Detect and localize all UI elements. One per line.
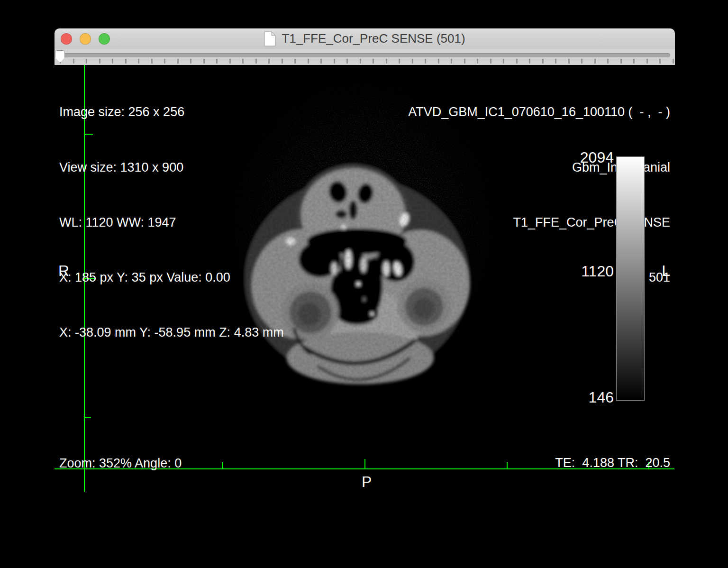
colorbar-level-label: 1120	[557, 263, 614, 280]
window-level-text: WL: 1120 WW: 1947	[59, 213, 284, 232]
horizontal-line-center-tick	[364, 459, 365, 468]
dicom-viewer-window: T1_FFE_Cor_PreC SENSE (501)	[55, 28, 675, 495]
close-button[interactable]	[61, 33, 72, 45]
te-tr-text: TE: 4.188 TR: 20.5	[549, 454, 670, 472]
title-bar[interactable]: T1_FFE_Cor_PreC SENSE (501)	[55, 28, 675, 49]
orientation-l-label: L	[662, 262, 670, 280]
vertical-line-tick	[85, 417, 91, 418]
slider-thumb[interactable]	[55, 50, 65, 63]
orientation-p-label: P	[362, 473, 372, 491]
document-icon	[264, 31, 276, 46]
study-id-text: ATVD_GBM_IC1_070610_16_100110 ( - , - )	[408, 103, 670, 121]
zoom-angle-text: Zoom: 352% Angle: 0	[59, 455, 293, 472]
horizontal-line-tick	[507, 462, 508, 468]
image-size-text: Image size: 256 x 256	[59, 103, 284, 121]
viewer-canvas[interactable]: Image size: 256 x 256 View size: 1310 x …	[55, 65, 675, 495]
grayscale-colorbar	[616, 156, 645, 401]
minimize-button[interactable]	[80, 33, 91, 45]
colorbar-min-label: 146	[557, 389, 614, 406]
slider-track[interactable]	[58, 53, 670, 57]
cursor-mm-text: X: -38.09 mm Y: -58.95 mm Z: 4.83 mm	[59, 323, 284, 342]
window-title: T1_FFE_Cor_PreC SENSE (501)	[282, 31, 465, 46]
orientation-r-label: R	[58, 262, 69, 280]
view-size-text: View size: 1310 x 900	[59, 158, 284, 177]
cursor-pixel-text: X: 185 px Y: 35 px Value: 0.00	[59, 268, 284, 287]
image-slider[interactable]	[55, 49, 675, 65]
colorbar-max-label: 2094	[557, 149, 614, 166]
traffic-lights	[61, 28, 110, 49]
zoom-button[interactable]	[99, 33, 110, 45]
